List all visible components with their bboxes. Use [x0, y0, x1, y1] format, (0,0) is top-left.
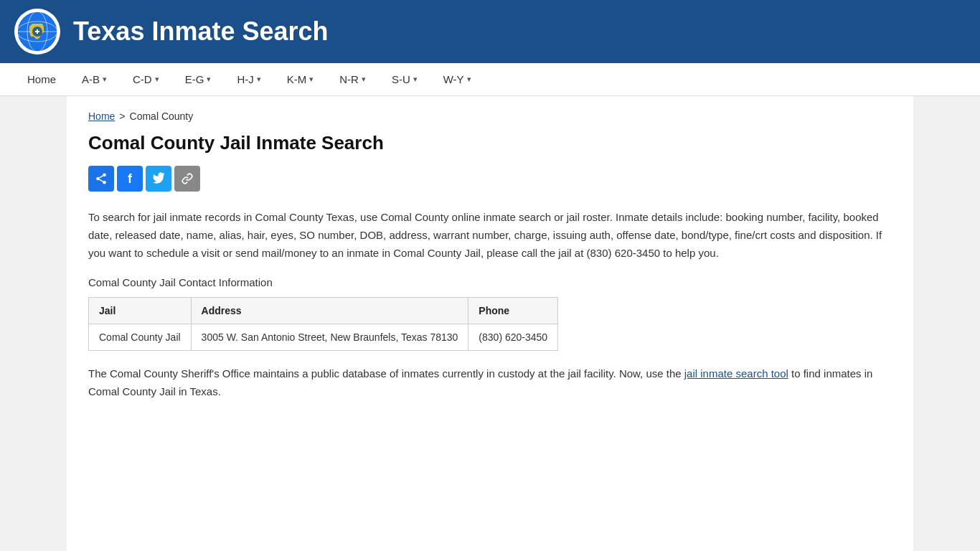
- nav-item-nr[interactable]: N-R ▾: [326, 63, 379, 95]
- svg-point-9: [103, 181, 106, 184]
- nav-item-km[interactable]: K-M ▾: [274, 63, 327, 95]
- social-share-buttons: f: [88, 166, 892, 192]
- table-cell-address: 3005 W. San Antonio Street, New Braunfel…: [191, 324, 468, 351]
- chevron-down-icon: ▾: [103, 75, 107, 84]
- share-button[interactable]: [88, 166, 114, 192]
- contact-info-heading: Comal County Jail Contact Information: [88, 276, 892, 288]
- jail-contact-table: Jail Address Phone Comal County Jail 300…: [88, 297, 558, 351]
- table-header-row: Jail Address Phone: [89, 298, 558, 324]
- table-header-jail: Jail: [89, 298, 192, 324]
- breadcrumb-separator: >: [119, 110, 125, 122]
- chevron-down-icon: ▾: [413, 75, 418, 84]
- nav-item-cd[interactable]: C-D ▾: [120, 63, 172, 95]
- main-content: Home > Comal County Comal County Jail In…: [67, 96, 913, 551]
- footer-description: The Comal County Sheriff's Office mainta…: [88, 365, 892, 401]
- site-logo: [14, 9, 60, 55]
- chevron-down-icon: ▾: [309, 75, 314, 84]
- table-header-address: Address: [191, 298, 468, 324]
- nav-item-home[interactable]: Home: [14, 63, 69, 95]
- page-description: To search for jail inmate records in Com…: [88, 209, 892, 262]
- nav-item-ab[interactable]: A-B ▾: [69, 63, 120, 95]
- nav-item-wy[interactable]: W-Y ▾: [430, 63, 484, 95]
- page-title: Comal County Jail Inmate Search: [88, 132, 892, 154]
- breadcrumb: Home > Comal County: [88, 110, 892, 122]
- twitter-button[interactable]: [146, 166, 171, 192]
- facebook-button[interactable]: f: [117, 166, 143, 192]
- nav-item-su[interactable]: S-U ▾: [379, 63, 430, 95]
- copy-link-button[interactable]: [174, 166, 200, 192]
- svg-point-8: [96, 177, 100, 181]
- table-header-phone: Phone: [468, 298, 558, 324]
- breadcrumb-current: Comal County: [130, 110, 194, 122]
- table-row: Comal County Jail 3005 W. San Antonio St…: [89, 324, 558, 351]
- inmate-search-tool-link[interactable]: jail inmate search tool: [684, 367, 788, 380]
- site-title: Texas Inmate Search: [73, 17, 329, 47]
- table-cell-phone: (830) 620-3450: [468, 324, 558, 351]
- svg-line-11: [99, 176, 103, 178]
- nav-item-hj[interactable]: H-J ▾: [224, 63, 273, 95]
- chevron-down-icon: ▾: [257, 75, 261, 84]
- chevron-down-icon: ▾: [207, 75, 211, 84]
- chevron-down-icon: ▾: [467, 75, 471, 84]
- svg-point-7: [103, 174, 106, 177]
- chevron-down-icon: ▾: [155, 75, 159, 84]
- nav-item-eg[interactable]: E-G ▾: [172, 63, 225, 95]
- footer-text-before-link: The Comal County Sheriff's Office mainta…: [88, 367, 684, 380]
- site-header: Texas Inmate Search: [0, 0, 980, 63]
- main-nav: Home A-B ▾ C-D ▾ E-G ▾ H-J ▾ K-M ▾ N-R ▾…: [0, 63, 980, 96]
- chevron-down-icon: ▾: [362, 75, 366, 84]
- svg-line-10: [99, 179, 103, 182]
- breadcrumb-home-link[interactable]: Home: [88, 110, 115, 122]
- table-cell-jail: Comal County Jail: [89, 324, 192, 351]
